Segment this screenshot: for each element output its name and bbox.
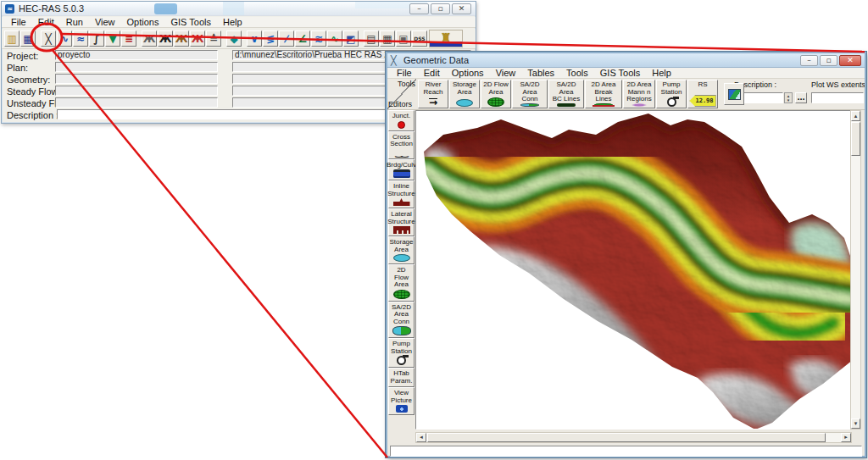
summary-table-button[interactable]: ▦ [380, 30, 395, 47]
plot-ws-extents-input[interactable] [811, 92, 864, 103]
property-plot-button[interactable]: ◩ [343, 30, 359, 47]
tools-editors-corner: Tools Editors [387, 79, 416, 109]
view-picture-editor-button[interactable]: View Picture [388, 387, 415, 415]
2d-area-mann-n-regions-button[interactable]: 2D Area Mann n Regions [623, 80, 655, 108]
geom-menu-file[interactable]: File [391, 68, 418, 78]
brdg-culv-editor-label: Brdg/Culv [387, 162, 416, 169]
geom-menu-edit[interactable]: Edit [418, 68, 446, 78]
geom-menu-gis-tools[interactable]: GIS Tools [594, 68, 647, 78]
horizontal-scrollbar[interactable]: ◂ ▸ [415, 432, 852, 443]
open-project-button[interactable]: ▥ [4, 30, 19, 47]
profile-plot-button[interactable]: ≶ [263, 30, 278, 47]
cross-section-editor-icon: ‿‿ [395, 149, 408, 157]
pump-station-editor-button[interactable]: Pump Station [388, 338, 415, 368]
maximize-button[interactable]: ▫ [431, 3, 450, 14]
pump-station-button[interactable]: Pump Station [656, 80, 687, 108]
geometry-name-field[interactable] [55, 74, 218, 84]
description-label: Description : [734, 80, 807, 89]
spinner-down-icon[interactable]: ▾ [787, 97, 790, 103]
plan-name-field[interactable] [55, 62, 218, 72]
scroll-right-icon[interactable]: ▸ [841, 433, 851, 442]
water-quality-data-button[interactable]: ≡ [121, 30, 136, 47]
main-menu-view[interactable]: View [89, 17, 121, 27]
print-button[interactable]: ▣ [396, 30, 411, 47]
sa-2d-area-conn-editor-button[interactable]: SA/2D Area Conn [388, 302, 415, 339]
geom-menu-tools[interactable]: Tools [560, 68, 594, 78]
storage-area-editor-button[interactable]: Storage Area [388, 236, 415, 264]
rating-curve-plot-button[interactable]: ∠ [295, 30, 310, 47]
field-label-description: Description : [7, 110, 58, 120]
geometric-titlebar[interactable]: ╳ Geometric Data – ▫ ✕ [387, 53, 865, 68]
hydraulic-design-button[interactable]: ≙ [206, 30, 221, 47]
description-more-button[interactable]: ... [795, 92, 807, 103]
rs-button[interactable]: RS12.98 [687, 80, 718, 108]
vertical-scrollbar[interactable]: ▴ ▾ [850, 110, 861, 430]
2d-flow-area-button[interactable]: 2D Flow Area [481, 80, 511, 108]
main-titlebar[interactable]: ≈ HEC-RAS 5.0.3 – ▫ ✕ [2, 2, 476, 16]
cross-section-plot-button[interactable]: ∨ [247, 30, 262, 47]
geom-menu-help[interactable]: Help [646, 68, 677, 78]
lateral-structure-editor-button[interactable]: Lateral Structure [388, 208, 415, 236]
run-water-quality-button[interactable]: Ж [190, 30, 205, 47]
ras-mapper-button[interactable]: ◆ [226, 30, 242, 47]
hydrograph-plot-button[interactable]: ∿ [327, 30, 342, 47]
description-spinner[interactable]: ▴▾ [784, 92, 793, 103]
run-unsteady-button[interactable]: Ж [158, 30, 173, 47]
detailed-output-table-button[interactable]: ▤ [364, 30, 379, 47]
main-menu-options[interactable]: Options [121, 17, 165, 27]
quasi-unsteady-data-icon: ∫ [90, 32, 103, 46]
main-menu-help[interactable]: Help [217, 17, 248, 27]
river-reach-button[interactable]: River Reach→ [418, 80, 448, 108]
background-map-button[interactable] [724, 83, 744, 105]
save-project-button[interactable]: ▦ [20, 30, 36, 47]
steady-flow-data-button[interactable]: ∿ [57, 30, 72, 47]
quasi-unsteady-data-button[interactable]: ∫ [89, 30, 104, 47]
htab-param-editor-button[interactable]: HTab Param. [388, 368, 415, 387]
main-menu-gis-tools[interactable]: GIS Tools [164, 17, 217, 27]
maximize-button[interactable]: ▫ [820, 55, 837, 66]
main-menu-run[interactable]: Run [60, 17, 89, 27]
steady-flow-name-field[interactable] [55, 86, 218, 96]
sediment-data-button[interactable]: ▼ [105, 30, 120, 47]
geom-menu-view[interactable]: View [490, 68, 522, 78]
geom-menu-tables[interactable]: Tables [521, 68, 560, 78]
inline-structure-editor-button[interactable]: Inline Structure [388, 180, 415, 208]
project-name-field[interactable]: proyecto [55, 50, 218, 60]
junct-editor-button[interactable]: Junct. [388, 110, 415, 131]
scroll-left-icon[interactable]: ◂ [416, 433, 426, 442]
main-menu-edit[interactable]: Edit [32, 17, 60, 27]
storage-area-button[interactable]: Storage Area [449, 80, 480, 108]
editors-tab[interactable]: Editors [388, 100, 412, 108]
unsteady-flow-name-field[interactable] [55, 97, 218, 108]
hscroll-thumb[interactable] [427, 433, 826, 442]
2d-flow-area-editor-button[interactable]: 2D Flow Area [388, 264, 415, 302]
main-window-title: HEC-RAS 5.0.3 [19, 3, 84, 14]
scroll-down-icon[interactable]: ▾ [851, 418, 860, 429]
run-water-quality-icon: Ж [191, 32, 204, 46]
sa-2d-area-bc-lines-button[interactable]: SA/2D Area BC Lines [548, 80, 584, 108]
pump-station-editor-icon [397, 356, 406, 365]
geometric-data-button[interactable]: ╳ [41, 30, 56, 47]
brdg-culv-editor-button[interactable]: Brdg/Culv [388, 159, 415, 181]
geom-menu-options[interactable]: Options [446, 68, 490, 78]
cross-section-editor-button[interactable]: Cross Section‿‿ [388, 131, 415, 159]
terrain-map-canvas[interactable] [415, 110, 852, 430]
unsteady-flow-data-button[interactable]: ≈ [73, 30, 88, 47]
dss-viewer-button[interactable]: DSS [412, 30, 427, 47]
close-button[interactable]: ✕ [452, 3, 471, 14]
general-profile-plot-button[interactable]: ⌿ [279, 30, 294, 47]
profile-plot-icon: ≶ [264, 32, 277, 46]
run-sediment-button[interactable]: Ж [174, 30, 189, 47]
close-button[interactable]: ✕ [839, 55, 861, 66]
main-menu-file[interactable]: File [5, 17, 32, 27]
2d-area-break-lines-button[interactable]: 2D Area Break Lines [585, 80, 622, 108]
run-steady-button[interactable]: Ж [142, 30, 157, 47]
cross-section-editor-label: Cross Section [390, 134, 413, 148]
sa-2d-area-conn-button[interactable]: SA/2D Area Conn [512, 80, 548, 108]
scroll-up-icon[interactable]: ▴ [851, 111, 860, 121]
xyz-perspective-plot-button[interactable]: ≋ [311, 30, 326, 47]
vscroll-thumb[interactable] [851, 122, 860, 156]
tools-tab[interactable]: Tools [398, 80, 415, 88]
minimize-button[interactable]: – [409, 3, 429, 14]
minimize-button[interactable]: – [800, 55, 818, 66]
